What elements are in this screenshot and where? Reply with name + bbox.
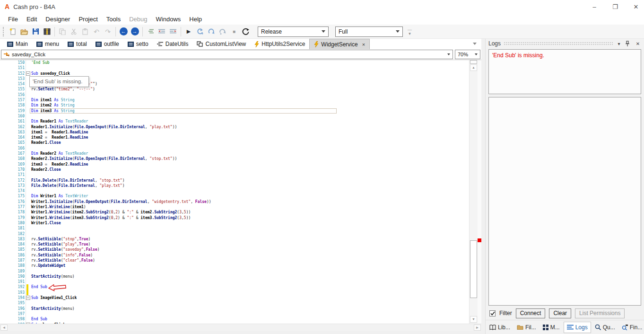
code-line-188[interactable]: 188rv.UpdateWidget [0,263,469,268]
code-line-183[interactable]: 183rv.SetVisible("stop",True) [0,237,469,242]
toolbar-overflow-icon[interactable]: —▾ [408,28,412,35]
panel-menu-chevron-icon[interactable]: ▾ [616,41,622,46]
bottom-tab-logs[interactable]: Logs [564,322,591,333]
panel-drag-texture[interactable] [504,42,613,45]
bottom-tab-fil[interactable]: Fil... [514,322,539,333]
code-line-180[interactable]: 180Writer1.Close [0,220,469,226]
scroll-up-icon[interactable]: ▲ [470,64,477,71]
save-icon[interactable] [30,26,41,37]
code-line-196[interactable]: 196StartActivity(menu) [0,306,469,311]
format-code-icon[interactable] [145,26,156,37]
tab-menu[interactable]: menu [32,39,63,49]
code-line-164[interactable]: 164item2 = Reader1.ReadLine [0,135,469,140]
toolbar-grip[interactable] [3,27,5,36]
code-line-151[interactable]: 151 [0,65,469,70]
close-button[interactable]: ✕ [632,3,640,10]
tab-outfile[interactable]: outfile [91,39,123,49]
code-line-160[interactable]: 160 [0,114,469,119]
menu-edit[interactable]: Edit [22,14,41,24]
code-line-194[interactable]: 194−Sub ImageView1_Click [0,295,469,300]
code-line-189[interactable]: 189 [0,269,469,274]
tab-httputils2service[interactable]: HttpUtils2Service [250,39,309,49]
code-line-150[interactable]: 150'End Sub [0,60,469,65]
code-line-163[interactable]: 163item1 = Reader1.ReadLine [0,130,469,135]
menu-help[interactable]: Help [185,14,206,24]
editor-vertical-scrollbar[interactable]: ▲ ▼ [469,60,478,324]
minimize-button[interactable]: – [590,3,599,10]
editor-horizontal-scrollbar[interactable]: ◄ ► [0,324,481,331]
scroll-left-icon[interactable]: ◄ [0,325,8,331]
close-tab-icon[interactable]: × [362,42,365,47]
code-line-190[interactable]: 190StartActivity(menu) [0,274,469,279]
step-into-icon[interactable] [206,26,217,37]
connect-button[interactable]: Connect [516,308,546,318]
code-line-178[interactable]: 178Writer1.WriteLine(item2.SubString2(0,… [0,210,469,215]
code-line-171[interactable]: 171 [0,172,469,177]
code-line-155[interactable]: 155rv.SetText("time2", "--:--") [0,87,469,92]
editor-zoom-select[interactable]: 70% [455,50,480,59]
tab-customlistview[interactable]: CustomListView [192,39,250,49]
filter-checkbox[interactable] [489,310,496,316]
code-line-174[interactable]: 174 [0,188,469,193]
bottom-tab-qu[interactable]: Qu... [592,322,618,333]
code-line-175[interactable]: 175Dim Writer1 As TextWriter [0,193,469,199]
panel-splitter[interactable] [481,39,485,334]
code-line-157[interactable]: 157Dim item1 As String [0,97,469,103]
code-line-186[interactable]: 186rv.SetVisible("info",False) [0,253,469,258]
code-line-165[interactable]: 165Reader1.Close [0,140,469,145]
tab-main[interactable]: Main [3,39,32,49]
indent-increase-icon[interactable] [168,26,178,37]
code-line-166[interactable]: 166 [0,146,469,151]
code-line-158[interactable]: 158Dim item2 As String [0,103,469,108]
package-icon[interactable] [42,26,52,37]
code-line-168[interactable]: 168Reader2.Initialize(File.OpenInput(Fil… [0,156,469,161]
rebuild-icon[interactable] [240,26,251,37]
code-line-161[interactable]: 161Dim Reader1 As TextReader [0,119,469,124]
close-panel-icon[interactable]: ✕ [635,41,641,46]
navigate-forward-icon[interactable]: → [130,26,140,37]
fold-collapse-icon[interactable]: − [26,296,30,300]
restore-button[interactable]: ❐ [611,3,619,10]
menu-windows[interactable]: Windows [152,14,185,24]
code-line-156[interactable]: 156 [0,92,469,97]
bottom-tab-m[interactable]: M... [540,322,563,333]
code-line-176[interactable]: 176Writer1.Initialize(File.OpenOutput(Fi… [0,199,469,204]
indent-decrease-icon[interactable] [157,26,167,37]
code-line-182[interactable]: 182 [0,231,469,237]
error-marker[interactable] [478,238,481,242]
open-project-icon[interactable] [19,26,29,37]
vertical-scroll-thumb[interactable] [470,240,477,298]
code-line-162[interactable]: 162Reader1.Initialize(File.OpenInput(Fil… [0,124,469,130]
code-line-184[interactable]: 184rv.SetVisible("play",True) [0,242,469,247]
logs-panel-header[interactable]: Logs ▾ ✕ [486,39,644,48]
log-output-box[interactable] [488,97,641,306]
new-project-icon[interactable] [8,26,18,37]
code-line-172[interactable]: 172File.Delete(File.DirInternal, "stop.t… [0,178,469,183]
log-errors-box[interactable]: 'End Sub' is missing. [488,49,641,94]
fold-collapse-icon[interactable]: − [26,71,30,76]
code-line-177[interactable]: 177Writer1.WriteLine(item1) [0,204,469,210]
step-over-icon[interactable] [218,26,228,37]
code-editor[interactable]: 150'End Sub151152−Sub saveday_Click15315… [0,60,469,324]
menu-designer[interactable]: Designer [41,14,74,24]
code-line-187[interactable]: 187rv.SetVisible("clear",False) [0,258,469,263]
code-line-152[interactable]: 152−Sub saveday_Click [0,71,469,76]
pin-icon[interactable] [625,41,632,46]
split-editor-handle[interactable] [470,60,477,64]
code-line-179[interactable]: 179Writer1.WriteLine(item3.SubString2(0,… [0,215,469,220]
tab-setto[interactable]: setto [123,39,153,49]
code-line-193[interactable]: 193 [0,290,469,295]
code-line-173[interactable]: 173File.Delete(File.DirInternal, "play.t… [0,183,469,188]
compile-mode-select[interactable]: Full [335,26,403,37]
code-line-181[interactable]: 181 [0,226,469,231]
code-line-185[interactable]: 185rv.SetVisible("saveday",False) [0,247,469,252]
tab-total[interactable]: total [63,39,91,49]
list-permissions-button[interactable]: List Permissions [575,308,625,318]
code-line-192[interactable]: 192End Sub [0,284,469,290]
menu-tools[interactable]: Tools [102,14,125,24]
scroll-down-icon[interactable]: ▼ [470,316,477,323]
build-configuration-select[interactable]: Release [258,26,329,37]
code-line-198[interactable]: 198End Sub [0,316,469,322]
code-line-197[interactable]: 197 [0,311,469,316]
menu-project[interactable]: Project [74,14,102,24]
